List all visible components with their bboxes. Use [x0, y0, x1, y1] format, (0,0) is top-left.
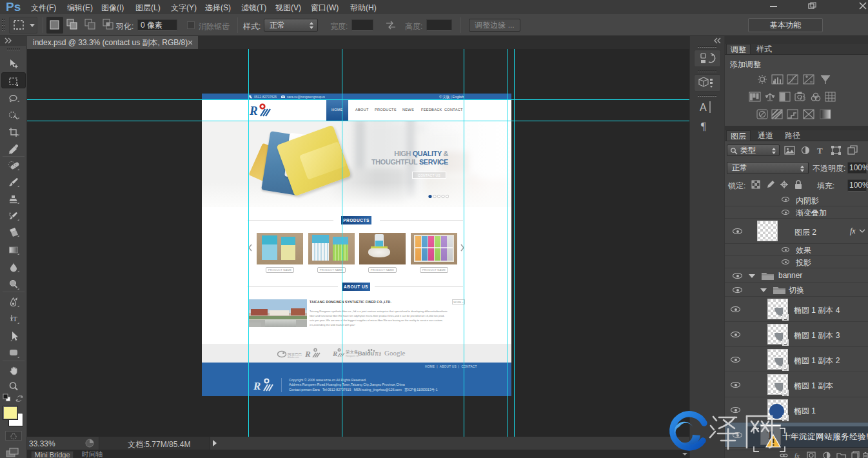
- svg-text:R: R: [305, 349, 311, 359]
- svg-text:R: R: [253, 380, 261, 392]
- svg-text:T: T: [13, 315, 17, 323]
- svg-text:百度: 百度: [375, 352, 381, 357]
- svg-text:Rongwen Group: Rongwen Group: [346, 355, 359, 357]
- svg-text:A: A: [700, 102, 707, 113]
- svg-text:中文版 | English: 中文版 | English: [439, 95, 464, 99]
- svg-text:Baidu: Baidu: [358, 350, 374, 357]
- svg-text:R: R: [333, 350, 337, 357]
- svg-text:0512-82707625: 0512-82707625: [254, 95, 277, 99]
- svg-text:sara.xu@rongwengroup.com: sara.xu@rongwengroup.com: [287, 95, 325, 99]
- svg-text:Alibaba.com: Alibaba.com: [288, 356, 299, 359]
- svg-text:Google: Google: [384, 349, 406, 357]
- svg-text:荣文集团: 荣文集团: [346, 350, 359, 354]
- svg-text:R: R: [250, 104, 258, 117]
- svg-text:¶: ¶: [701, 120, 706, 132]
- svg-text:fx: fx: [794, 452, 800, 458]
- svg-text:T: T: [817, 146, 823, 155]
